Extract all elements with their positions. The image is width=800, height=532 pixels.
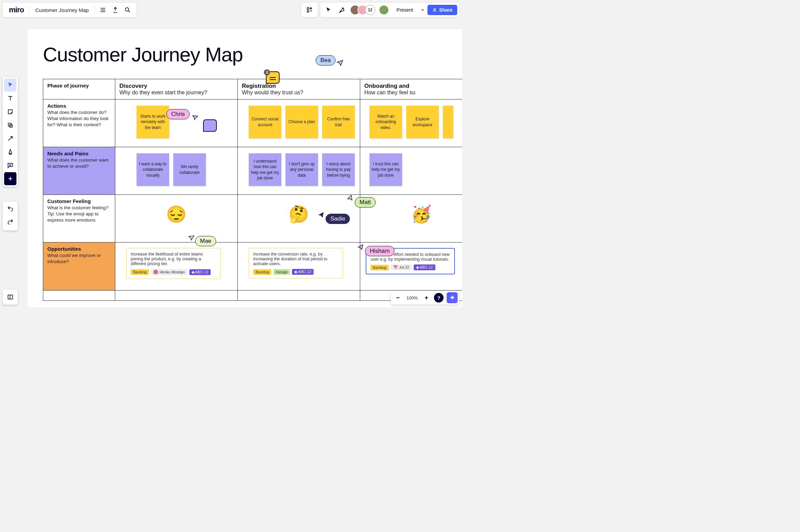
tag-backlog[interactable]: Backlog bbox=[253, 269, 271, 275]
board-title[interactable]: Customer Journey Map bbox=[31, 7, 94, 13]
row-title: Opportunities bbox=[47, 246, 111, 252]
avatar-self[interactable] bbox=[379, 5, 389, 15]
sticky-note[interactable]: I trust this can help me get my job done bbox=[369, 153, 402, 186]
svg-marker-6 bbox=[310, 8, 311, 9]
board-heading[interactable]: Customer Journey Map bbox=[27, 29, 462, 66]
sticky-note[interactable]: Choose a plan bbox=[285, 106, 318, 138]
comment-count-badge: 3 bbox=[264, 69, 270, 75]
zoom-level[interactable]: 100% bbox=[404, 295, 420, 300]
zoom-in-button[interactable]: + bbox=[421, 292, 432, 304]
canvas[interactable]: Customer Journey Map Phase of journey Di… bbox=[27, 29, 462, 307]
sticky-note[interactable]: Connect social account bbox=[249, 106, 281, 138]
ai-button[interactable]: ✦ bbox=[446, 292, 458, 304]
zoom-bar: − 100% + ? ✦ bbox=[391, 291, 459, 305]
reactions-icon[interactable] bbox=[336, 4, 349, 16]
cursor-follow-icon[interactable] bbox=[322, 4, 335, 16]
collab-toolbar: 12 Present Share bbox=[320, 3, 459, 17]
export-icon[interactable] bbox=[109, 4, 121, 16]
card-text: Reduce the effort needed to onboard new … bbox=[370, 252, 450, 262]
help-button[interactable]: ? bbox=[433, 292, 445, 304]
comment-tool[interactable] bbox=[4, 159, 16, 172]
col-sub: Why do they even start the journey? bbox=[119, 90, 233, 96]
present-chevron-icon[interactable] bbox=[419, 8, 426, 12]
tag-design[interactable]: Design bbox=[273, 269, 290, 275]
menu-icon[interactable] bbox=[97, 4, 109, 16]
tag-ticket[interactable]: ◆ ABC-12 bbox=[414, 264, 435, 270]
sticky-note[interactable]: Confirm free trial bbox=[322, 106, 355, 138]
divider bbox=[29, 5, 29, 14]
sticky-note[interactable]: Watch an onboarding video. bbox=[369, 106, 402, 138]
sparkle-icon: ✦ bbox=[447, 292, 458, 303]
divider bbox=[95, 5, 95, 14]
zoom-out-button[interactable]: − bbox=[392, 292, 404, 304]
share-label: Share bbox=[439, 7, 452, 13]
emoji[interactable]: 🤔 bbox=[242, 198, 356, 239]
card-text: Increase the conversion rate, e.g. by in… bbox=[253, 252, 339, 266]
col-title: Discovery bbox=[119, 83, 233, 90]
mini-avatar-icon bbox=[153, 270, 158, 274]
row-title: Needs and Pains bbox=[47, 151, 111, 156]
opportunity-card[interactable]: Reduce the effort needed to onboard new … bbox=[366, 248, 455, 274]
sticky-note[interactable]: I understand how this can help me get my… bbox=[249, 153, 281, 186]
avatar-count: 12 bbox=[365, 5, 375, 15]
sticky-note[interactable]: I worry about having to pay before tryin… bbox=[322, 153, 355, 186]
tag-backlog[interactable]: Backlog bbox=[370, 265, 389, 270]
svg-line-11 bbox=[8, 137, 12, 141]
tag-ticket[interactable]: ◆ ABC-12 bbox=[189, 269, 211, 275]
pen-tool[interactable] bbox=[4, 145, 16, 158]
apps-icon bbox=[303, 4, 316, 16]
present-button[interactable]: Present bbox=[392, 7, 418, 13]
svg-rect-5 bbox=[307, 8, 309, 9]
row-title: Customer Feeling bbox=[47, 198, 111, 204]
col-sub: How can they feel su bbox=[364, 90, 462, 96]
sticky-note[interactable]: We rarely collaborate bbox=[173, 153, 206, 186]
panel-toggle-button[interactable] bbox=[3, 289, 18, 305]
help-icon: ? bbox=[434, 293, 444, 303]
emoji[interactable]: 😔 bbox=[119, 198, 233, 239]
undo-redo-toolbar bbox=[3, 202, 18, 230]
col-title: Registration bbox=[242, 83, 356, 90]
redo-button[interactable] bbox=[4, 216, 16, 229]
svg-line-4 bbox=[128, 11, 130, 12]
row-sub: What does the customer do? What informat… bbox=[47, 109, 111, 128]
tag-backlog[interactable]: Backlog bbox=[131, 269, 149, 275]
share-button[interactable]: Share bbox=[427, 5, 457, 15]
row-title: Actions bbox=[47, 103, 111, 109]
card-text: Increase the likelihood of entire teams … bbox=[131, 252, 216, 266]
sticky-tool[interactable] bbox=[4, 105, 16, 118]
sticky-note[interactable] bbox=[443, 106, 453, 138]
svg-point-8 bbox=[434, 8, 436, 10]
undo-button[interactable] bbox=[4, 203, 16, 216]
select-tool[interactable] bbox=[4, 79, 16, 92]
text-tool[interactable] bbox=[4, 92, 16, 105]
avatar-stack[interactable]: 12 bbox=[350, 5, 375, 15]
sticky-note[interactable]: Starts to work remotely with the team bbox=[137, 106, 169, 138]
sticky-note[interactable]: Explore workspace bbox=[406, 106, 439, 138]
svg-point-7 bbox=[307, 11, 309, 12]
add-tool[interactable] bbox=[4, 172, 16, 185]
col-title: Onboarding and bbox=[364, 83, 462, 90]
person-icon bbox=[432, 8, 437, 12]
logo[interactable]: miro bbox=[5, 5, 27, 14]
opportunity-card[interactable]: Increase the conversion rate, e.g. by in… bbox=[249, 248, 343, 279]
sticky-note[interactable]: I don't give up any personal data bbox=[285, 153, 318, 186]
comment-thread[interactable]: 3 bbox=[266, 71, 280, 84]
svg-point-3 bbox=[125, 8, 129, 11]
comment-thread[interactable] bbox=[203, 119, 217, 132]
journey-table[interactable]: Phase of journey DiscoveryWhy do they ev… bbox=[43, 79, 462, 301]
phase-header: Phase of journey bbox=[47, 83, 111, 88]
tag-ticket[interactable]: ◆ ABC-12 bbox=[292, 269, 314, 275]
comment-lines-icon bbox=[270, 77, 276, 78]
search-icon[interactable] bbox=[121, 4, 134, 16]
divider bbox=[445, 294, 446, 301]
emoji[interactable]: 🥳 bbox=[364, 198, 462, 239]
opportunity-card[interactable]: Increase the likelihood of entire teams … bbox=[126, 248, 221, 279]
shape-tool[interactable] bbox=[4, 119, 16, 132]
apps-button[interactable] bbox=[301, 3, 318, 17]
arrow-tool[interactable] bbox=[4, 132, 16, 145]
tag-person[interactable]: Hiroku Mostajo bbox=[151, 269, 187, 275]
row-sub: What does the customer want to achieve o… bbox=[47, 157, 111, 169]
sticky-note[interactable]: I want a way to collaborate visually bbox=[137, 153, 169, 186]
row-sub: What is the customer feeling? Tip: Use t… bbox=[47, 205, 111, 224]
tag-date[interactable]: 📅 Jul 22 bbox=[391, 264, 411, 270]
